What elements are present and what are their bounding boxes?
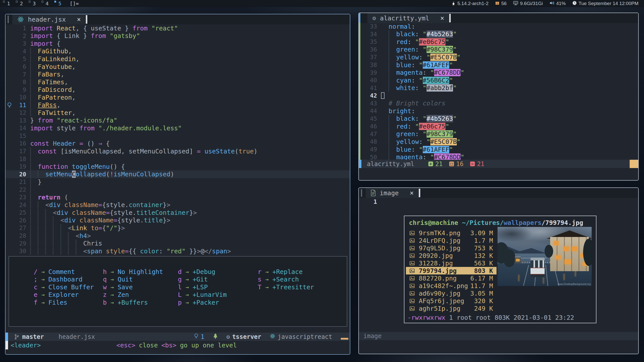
code-line-47[interactable]: 47 ▏ green: "#98C379" — [359, 130, 638, 138]
code-line-16[interactable]: 16const Header = () ⇒ { — [6, 140, 350, 147]
close-icon[interactable]: × — [77, 16, 81, 23]
whichkey-zen[interactable]: z→Zen — [102, 291, 163, 299]
file-row-799794-jpg[interactable]: 799794.jpg803 K — [406, 267, 497, 274]
code-line-45[interactable]: 45 ▏ black: "#4b5263" — [359, 115, 638, 123]
file-row-882720-png[interactable]: 882720.png6.17 M — [406, 274, 497, 282]
file-row-aghr5ip-jpg[interactable]: aghr5Ip.jpg249 K — [406, 305, 497, 312]
file-name: 31228.jpg — [419, 260, 474, 267]
whichkey--lsp[interactable]: l→+LSP — [177, 283, 227, 291]
whichkey-comment[interactable]: /→Comment — [33, 268, 94, 276]
line-number: 24 — [13, 202, 26, 208]
code-line-22[interactable]: 22▏ — [6, 186, 350, 193]
whichkey--replace[interactable]: r→+Replace — [257, 268, 314, 276]
file-row-9rsmtk4-png[interactable]: 9rsmTK4.png3.09 M — [406, 229, 497, 237]
whichkey--packer[interactable]: p→+Packer — [177, 299, 227, 306]
whichkey--lunarvim[interactable]: L→+LunarVim — [177, 291, 227, 299]
code-line-43[interactable]: 43 # Bright colors — [359, 99, 638, 107]
code-line-38[interactable]: 38 ▏ blue: "#61AFEF" — [359, 61, 638, 69]
workspace-4[interactable]: 4 — [41, 0, 54, 7]
code-line-1[interactable]: 1import React, { useState } from "react" — [6, 24, 350, 32]
close-icon[interactable]: × — [410, 189, 414, 197]
code-line-12[interactable]: 12▏ FaTwitter, — [6, 109, 350, 117]
whichkey-label: +LunarVim — [193, 291, 226, 298]
code-line-48[interactable]: 48 ▏ yellow: "#E5C07B" — [359, 138, 638, 146]
file-row-afq5r6j-jpeg[interactable]: AFq5r6j.jpeg320 K — [406, 297, 497, 305]
file-row-97q9l5d-jpg[interactable]: 97q9L5D.jpg753 K — [406, 244, 497, 252]
code-line-21[interactable]: 21▏ } — [6, 178, 350, 186]
close-icon[interactable]: × — [440, 14, 444, 22]
whichkey-quit[interactable]: q→Quit — [102, 276, 163, 284]
workspace-3[interactable]: 3 — [28, 0, 41, 7]
code-line-33[interactable]: 33 normal: — [359, 23, 638, 30]
tab-alacritty-yml[interactable]: ⚙ alacritty.yml × — [367, 13, 449, 23]
line-number: 23 — [13, 194, 26, 200]
scroll-indicator[interactable] — [341, 338, 348, 340]
code-line-3[interactable]: 3import { — [6, 40, 350, 48]
code-line-46[interactable]: 46 ▏ red: "#e06c75" — [359, 123, 638, 130]
code-line-23[interactable]: 23▏ return ( — [6, 193, 350, 201]
code-line-39[interactable]: 39 ▏ magenta: "#C678DD" — [359, 69, 638, 76]
file-row-20920-jpg[interactable]: 20920.jpg132 K — [406, 252, 497, 259]
code-line-14[interactable]: 14import style from "./header.module.les… — [6, 124, 350, 132]
code-line-29[interactable]: 29▏ ▏ ▏ ▏ ▏ ▏ ▏ Chris — [6, 239, 350, 247]
code-line-10[interactable]: 10▏ FaPatreon, — [6, 94, 350, 101]
code-line-28[interactable]: 28▏ ▏ ▏ ▏ ▏ ▏ <h4> — [6, 232, 350, 240]
code-line-4[interactable]: 4▏ FaGithub, — [6, 48, 350, 55]
file-row-31228-jpg[interactable]: 31228.jpg563 K — [406, 259, 497, 267]
code-line-2[interactable]: 2import { Link } from "gatsby" — [6, 32, 350, 40]
workspace-1[interactable]: 1 — [3, 0, 15, 7]
file-row-24lrdfq-jpg[interactable]: 24LrDFQ.jpg1.7 M — [406, 237, 497, 244]
whichkey-dashboard[interactable]: ;→Dashboard — [33, 276, 94, 284]
code-line-6[interactable]: 6▏ FaYoutube, — [6, 63, 350, 71]
code-line-49[interactable]: 49 ▏ blue: "#61AFEF" — [359, 146, 638, 153]
line-number: 1 — [13, 25, 26, 31]
code-line-1[interactable]: 1 — [359, 198, 638, 206]
whichkey-no-highlight[interactable]: h→No Highlight — [102, 268, 163, 276]
code-line-27[interactable]: 27▏ ▏ ▏ ▏ ▏ <Link to={"/"}> — [6, 224, 350, 232]
code-line-30[interactable]: 30▏ ▏ ▏ ▏ ▏ ▏ ▏ <span style={{ color: "r… — [6, 247, 350, 255]
line-number: 10 — [13, 94, 26, 101]
code-line-20[interactable]: 20▏ ▏ setMenuCollapsed(!isMenuCollapsed) — [6, 170, 350, 178]
whichkey--buffers[interactable]: b→+Buffers — [102, 299, 163, 306]
code-line-11[interactable]: 11▏ FaRss, — [6, 101, 350, 109]
code-line-5[interactable]: 5▏ FaLinkedin, — [6, 55, 350, 63]
code-line-35[interactable]: 35 ▏ red: "#e06c75" — [359, 38, 638, 46]
tab-image[interactable]: image × — [366, 188, 419, 198]
code-line-17[interactable]: 17▏ const [isMenuCollapsed, setMenuColla… — [6, 147, 350, 155]
code-line-25[interactable]: 25▏ ▏ ▏ <div className={style.titleConta… — [6, 209, 350, 217]
code-line-41[interactable]: 41 ▏ white: "#abb2bf" — [359, 84, 638, 92]
code-line-42[interactable]: 42 — [359, 92, 638, 100]
memory-icon — [513, 1, 518, 7]
code-line-40[interactable]: 40 ▏ cyan: "#56B6C2" — [359, 76, 638, 84]
code-line-24[interactable]: 24▏ ▏ <div className={style.container}> — [6, 201, 350, 209]
whichkey-label: +Buffers — [118, 299, 148, 306]
code-text: ▏ magenta: "#C678DD" — [377, 69, 638, 76]
workspace-2[interactable]: 2 — [15, 0, 28, 7]
tab-header-jsx[interactable]: header.jsx × — [12, 14, 86, 24]
code-line-34[interactable]: 34 ▏ black: "#4b5263" — [359, 30, 638, 38]
code-line-37[interactable]: 37 ▏ yellow: "#E5C07B" — [359, 53, 638, 61]
code-line-26[interactable]: 26▏ ▏ ▏ ▏ <div className={style.title}> — [6, 217, 350, 224]
scroll-indicator[interactable] — [630, 160, 638, 168]
whichkey--treesitter[interactable]: T→+Treesitter — [257, 283, 314, 291]
code-line-13[interactable]: 13} from "react-icons/fa" — [6, 117, 350, 125]
whichkey-files[interactable]: f→Files — [33, 299, 94, 306]
whichkey-save[interactable]: w→Save — [102, 283, 163, 291]
workspace-5[interactable]: 5 — [54, 0, 67, 7]
code-line-19[interactable]: 19▏ function toggleMenu() { — [6, 163, 350, 171]
code-line-7[interactable]: 7▏ FaBars, — [6, 70, 350, 78]
code-line-36[interactable]: 36 ▏ green: "#98C379" — [359, 46, 638, 54]
whichkey--search[interactable]: s→+Search — [257, 276, 314, 284]
whichkey-close-buffer[interactable]: c→Close Buffer — [33, 283, 94, 291]
code-line-44[interactable]: 44 bright: — [359, 107, 638, 115]
code-line-8[interactable]: 8▏ FaTimes, — [6, 78, 350, 86]
code-line-15[interactable]: 15 — [6, 132, 350, 140]
file-size: 320 K — [474, 297, 497, 305]
file-row-ad6v90y-jpg[interactable]: ad6v90y.jpg3.05 M — [406, 290, 497, 297]
file-row-a19c482f-png[interactable]: a19c482f~.png11.7 M — [406, 282, 497, 290]
whichkey-explorer[interactable]: e→Explorer — [33, 291, 94, 299]
whichkey--git[interactable]: g→+Git — [177, 276, 227, 284]
whichkey--debug[interactable]: d→+Debug — [177, 268, 227, 276]
code-line-9[interactable]: 9▏ FaDiscord, — [6, 86, 350, 94]
code-line-18[interactable]: 18▏ — [6, 155, 350, 163]
